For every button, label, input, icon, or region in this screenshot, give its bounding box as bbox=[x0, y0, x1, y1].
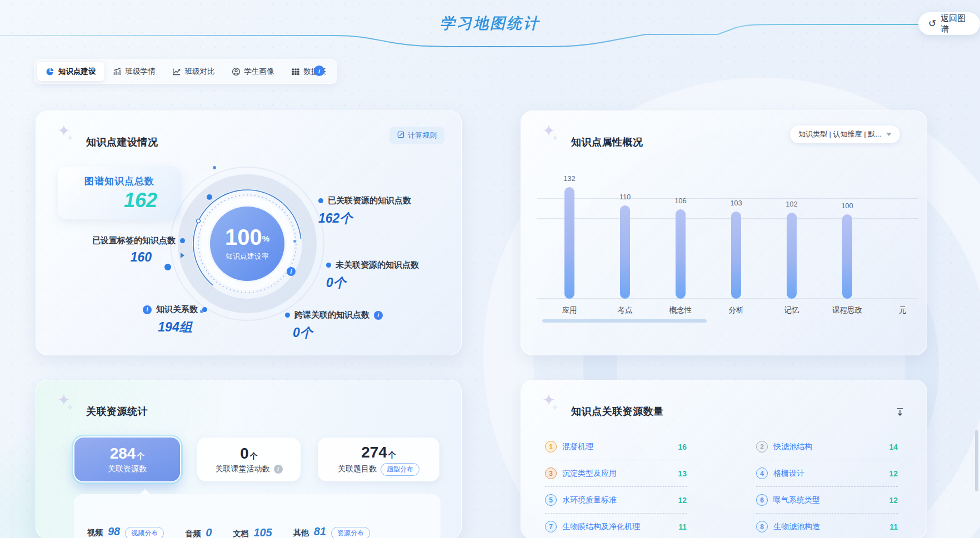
attribute-filter-dropdown[interactable]: 知识类型 | 认知维度 | 默... bbox=[790, 125, 900, 143]
gauge-label: 知识点建设率 bbox=[226, 252, 269, 262]
sparkle-icon: ✦✧ bbox=[57, 123, 76, 139]
data-table-icon bbox=[291, 67, 300, 76]
stat-dot bbox=[326, 263, 331, 268]
student-portrait-icon bbox=[232, 67, 241, 76]
resource-count: 14 bbox=[889, 443, 898, 451]
tab-label: 班级对比 bbox=[185, 67, 215, 77]
stat-tagged-points: 已设置标签的知识点数 160 bbox=[46, 235, 185, 265]
bar[interactable] bbox=[676, 209, 686, 299]
tab-class-learning[interactable]: 班级学情 bbox=[104, 62, 164, 81]
bar[interactable] bbox=[731, 212, 741, 299]
stat-value: 162个 bbox=[318, 210, 452, 227]
ranking-row[interactable]: 1混凝机理16 bbox=[545, 434, 687, 460]
ranking-row[interactable]: 7生物膜结构及净化机理11 bbox=[545, 514, 687, 538]
breakdown-audio: 音频 0 bbox=[185, 526, 212, 538]
tab-label: 知识点建设 bbox=[58, 67, 96, 77]
tab-student-portrait[interactable]: 学生画像 bbox=[223, 62, 283, 81]
resource-count: 12 bbox=[678, 496, 687, 505]
gridline bbox=[537, 218, 918, 219]
knowledge-point-link[interactable]: 混凝机理 bbox=[562, 442, 593, 452]
stat-button-resources[interactable]: 284个 关联资源数 bbox=[74, 438, 180, 481]
stat-button-unit: 个 bbox=[137, 451, 144, 461]
tab-class-compare[interactable]: 班级对比 bbox=[164, 62, 223, 81]
breakdown-label: 其他 bbox=[293, 528, 309, 538]
info-icon[interactable]: i bbox=[374, 311, 383, 320]
knowledge-point-link[interactable]: 生物膜结构及净化机理 bbox=[562, 522, 640, 532]
knowledge-point-link[interactable]: 水环境质量标准 bbox=[562, 495, 617, 505]
stat-label: 知识关系数 bbox=[156, 304, 198, 315]
bar[interactable] bbox=[842, 214, 852, 299]
stat-button-value: 274 bbox=[361, 444, 387, 461]
info-icon[interactable]: i bbox=[143, 305, 152, 314]
trend-chart-icon bbox=[113, 67, 122, 76]
calc-rules-button[interactable]: 计算规则 bbox=[389, 127, 444, 144]
breakdown-other: 其他 81 资源分布 bbox=[293, 525, 370, 538]
knowledge-point-link[interactable]: 曝气系统类型 bbox=[773, 495, 820, 505]
resource-count: 13 bbox=[678, 469, 687, 478]
stat-unlinked-resource-points: 未关联资源的知识点数 0个 bbox=[326, 260, 459, 291]
sort-icon[interactable] bbox=[894, 406, 906, 419]
bar-value-label: 106 bbox=[664, 197, 697, 205]
breakdown-value: 81 bbox=[314, 525, 326, 538]
ranking-row[interactable]: 5水环境质量标准12 bbox=[545, 487, 687, 514]
ranking-row[interactable]: 2快滤池结构14 bbox=[756, 434, 898, 460]
knowledge-point-link[interactable]: 生物滤池构造 bbox=[773, 522, 820, 532]
page-scrollbar-thumb[interactable] bbox=[975, 430, 978, 491]
rank-badge: 4 bbox=[756, 467, 768, 479]
bar-value-label: 100 bbox=[831, 202, 864, 210]
stat-button-value: 0 bbox=[240, 445, 249, 462]
stat-cross-course-points: 跨课关联的知识点数i 0个 bbox=[285, 310, 429, 341]
bar-value-label: 103 bbox=[719, 199, 753, 207]
bar[interactable] bbox=[787, 213, 797, 299]
stat-label: 未关联资源的知识点数 bbox=[336, 260, 419, 270]
question-type-distribution-badge[interactable]: 题型分布 bbox=[381, 463, 419, 476]
resource-distribution-badge[interactable]: 资源分布 bbox=[331, 527, 370, 538]
breakdown-label: 音频 bbox=[185, 529, 201, 538]
bar-category-label: 分析 bbox=[711, 305, 761, 315]
stat-dot bbox=[318, 198, 323, 203]
rank-badge: 1 bbox=[545, 441, 557, 452]
calc-rules-icon bbox=[397, 131, 404, 140]
tab-data-table[interactable]: 数据表 bbox=[283, 62, 335, 81]
stat-linked-resource-points: 已关联资源的知识点数 162个 bbox=[318, 195, 452, 227]
ranking-row[interactable]: 8生物滤池构造11 bbox=[756, 514, 898, 538]
tab-label: 学生画像 bbox=[244, 67, 274, 77]
tab-label: 班级学情 bbox=[126, 67, 156, 77]
stat-knowledge-relations: i知识关系数 194组 bbox=[119, 304, 231, 336]
card-title: 知识点属性概况 bbox=[571, 135, 643, 149]
bar[interactable] bbox=[620, 205, 630, 299]
gauge-text: 100% 知识点建设率 bbox=[164, 160, 331, 327]
attribute-card: ✦✧ 知识点属性概况 知识类型 | 认知维度 | 默... 132应用110考点… bbox=[521, 110, 927, 355]
rank-badge: 7 bbox=[545, 521, 557, 532]
video-distribution-badge[interactable]: 视频分布 bbox=[125, 527, 164, 538]
stat-button-class-activities[interactable]: 0个 关联课堂活动数i bbox=[197, 438, 301, 481]
filter-label: 知识类型 | 认知维度 | 默... bbox=[798, 129, 881, 139]
bar-category-label: 课程思政 bbox=[822, 305, 872, 315]
knowledge-point-link[interactable]: 快滤池结构 bbox=[773, 442, 812, 452]
info-icon[interactable]: i bbox=[274, 465, 283, 474]
bar[interactable] bbox=[564, 187, 574, 299]
chart-horizontal-scrollbar[interactable] bbox=[542, 319, 707, 323]
info-icon[interactable]: i bbox=[287, 267, 296, 276]
tab-knowledge-construction[interactable]: 知识点建设 bbox=[37, 62, 104, 81]
sparkle-icon: ✦✧ bbox=[542, 123, 561, 139]
knowledge-point-link[interactable]: 格栅设计 bbox=[773, 469, 804, 479]
back-to-graph-button[interactable]: ↺ 返回图谱 bbox=[918, 12, 980, 35]
card-title: 知识点关联资源数量 bbox=[571, 405, 664, 418]
info-icon[interactable]: i bbox=[314, 66, 324, 76]
card-title: 知识点建设情况 bbox=[86, 135, 158, 149]
card-title: 关联资源统计 bbox=[86, 405, 148, 418]
stat-button-value: 284 bbox=[110, 445, 136, 462]
stat-label: 跨课关联的知识点数 bbox=[294, 310, 369, 320]
resource-count: 16 bbox=[678, 443, 687, 451]
breakdown-video: 视频 98 视频分布 bbox=[87, 525, 164, 538]
ranking-row[interactable]: 4格栅设计12 bbox=[756, 460, 898, 487]
rank-badge: 2 bbox=[756, 441, 768, 452]
ranking-row[interactable]: 3沉淀类型及应用13 bbox=[545, 460, 687, 487]
knowledge-point-link[interactable]: 沉淀类型及应用 bbox=[562, 469, 617, 479]
resource-count: 11 bbox=[678, 522, 687, 531]
resource-count: 11 bbox=[889, 522, 898, 531]
stat-button-questions[interactable]: 274个 关联题目数题型分布 bbox=[318, 438, 439, 481]
tab-bar: 知识点建设 班级学情 班级对比 学生画像 数据表 bbox=[34, 59, 337, 84]
ranking-row[interactable]: 6曝气系统类型12 bbox=[756, 487, 898, 514]
